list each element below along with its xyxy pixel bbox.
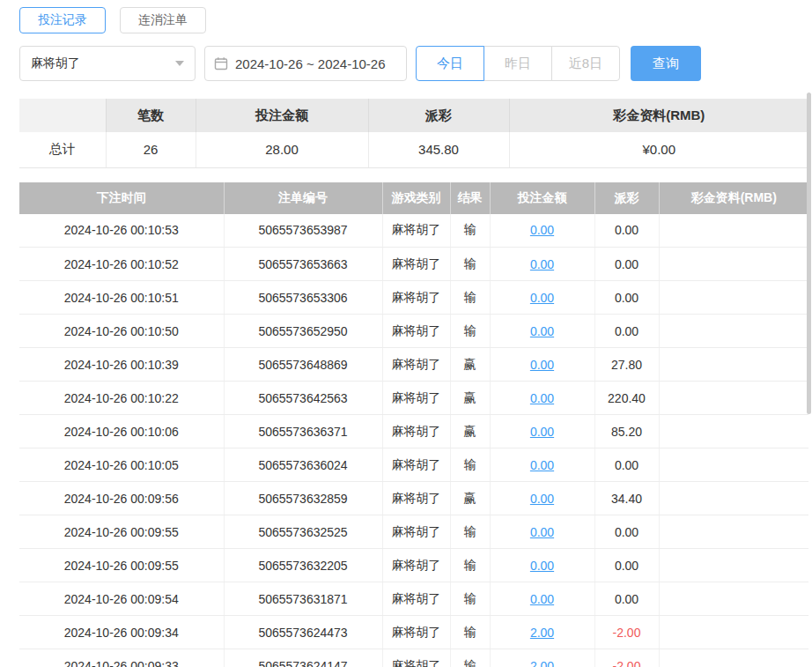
cell-order-number: 5065573632205 <box>224 549 382 582</box>
cell-bet-time: 2024-10-26 00:09:56 <box>19 482 224 515</box>
game-select[interactable]: 麻将胡了 <box>19 46 196 81</box>
table-row: 2024-10-26 00:09:55 5065573632525 麻将胡了 输… <box>19 515 808 549</box>
query-button[interactable]: 查询 <box>631 46 701 81</box>
table-row: 2024-10-26 00:10:06 5065573636371 麻将胡了 赢… <box>19 415 808 448</box>
bet-amount-link[interactable]: 0.00 <box>530 358 554 372</box>
cell-bet-amount: 0.00 <box>490 348 594 382</box>
yesterday-button[interactable]: 昨日 <box>484 46 552 81</box>
table-row: 2024-10-26 00:09:54 5065573631871 麻将胡了 输… <box>19 582 808 616</box>
cell-bet-time: 2024-10-26 00:10:51 <box>19 281 224 315</box>
cell-bet-time: 2024-10-26 00:10:53 <box>19 214 224 248</box>
cell-result: 输 <box>450 214 490 248</box>
cell-result: 输 <box>450 281 490 315</box>
cell-bonus <box>659 482 808 515</box>
bet-amount-link[interactable]: 0.00 <box>530 592 554 606</box>
header-payout: 派彩 <box>594 182 659 214</box>
cell-bet-time: 2024-10-26 00:10:50 <box>19 315 224 348</box>
cell-bet-amount: 0.00 <box>490 382 594 415</box>
calendar-icon <box>214 56 228 70</box>
bet-amount-link[interactable]: 0.00 <box>530 458 554 472</box>
table-row: 2024-10-26 00:10:39 5065573648869 麻将胡了 赢… <box>19 348 808 382</box>
cell-game-type: 麻将胡了 <box>382 281 450 315</box>
cell-bonus <box>659 382 808 415</box>
quick-range-group: 今日 昨日 近8日 <box>416 46 620 81</box>
cell-bonus <box>659 549 808 582</box>
cell-bet-time: 2024-10-26 00:09:54 <box>19 582 224 616</box>
bet-amount-link[interactable]: 2.00 <box>530 626 554 640</box>
betting-records-page: 投注记录 连消注单 麻将胡了 2024-10-26 ~ 2024-10-26 今… <box>0 0 812 667</box>
cell-order-number: 5065573653663 <box>224 248 382 281</box>
cell-result: 输 <box>450 448 490 482</box>
cell-order-number: 5065573632525 <box>224 515 382 549</box>
cell-order-number: 5065573642563 <box>224 382 382 415</box>
bet-amount-link[interactable]: 0.00 <box>530 391 554 405</box>
today-button[interactable]: 今日 <box>416 46 484 81</box>
bet-amount-link[interactable]: 0.00 <box>530 257 554 271</box>
summary-header-row: 笔数 投注金额 派彩 彩金资料(RMB) <box>19 99 808 132</box>
bet-amount-link[interactable]: 0.00 <box>530 223 554 237</box>
cell-result: 输 <box>450 616 490 649</box>
table-row: 2024-10-26 00:09:56 5065573632859 麻将胡了 赢… <box>19 482 808 515</box>
cell-payout: -2.00 <box>594 616 659 649</box>
date-range-input[interactable]: 2024-10-26 ~ 2024-10-26 <box>204 46 407 81</box>
table-row: 2024-10-26 00:10:51 5065573653306 麻将胡了 输… <box>19 281 808 315</box>
bet-amount-link[interactable]: 0.00 <box>530 425 554 439</box>
cell-bonus <box>659 582 808 616</box>
cell-result: 输 <box>450 582 490 616</box>
cell-bonus <box>659 448 808 482</box>
game-select-value: 麻将胡了 <box>31 56 80 71</box>
cell-bonus <box>659 649 808 667</box>
cell-game-type: 麻将胡了 <box>382 515 450 549</box>
record-type-tabs: 投注记录 连消注单 <box>19 7 808 33</box>
cell-bet-time: 2024-10-26 00:09:34 <box>19 616 224 649</box>
cell-bet-amount: 0.00 <box>490 248 594 281</box>
cell-bet-time: 2024-10-26 00:09:55 <box>19 549 224 582</box>
cell-payout: 0.00 <box>594 315 659 348</box>
table-row: 2024-10-26 00:10:05 5065573636024 麻将胡了 输… <box>19 448 808 482</box>
cell-bonus <box>659 348 808 382</box>
cell-result: 输 <box>450 549 490 582</box>
cell-bet-time: 2024-10-26 00:10:06 <box>19 415 224 448</box>
cell-order-number: 5065573648869 <box>224 348 382 382</box>
records-table: 下注时间 注单编号 游戏类别 结果 投注金额 派彩 彩金资料(RMB) 2024… <box>19 182 808 667</box>
bet-amount-link[interactable]: 0.00 <box>530 525 554 539</box>
cell-result: 输 <box>450 649 490 667</box>
header-order-number: 注单编号 <box>224 182 382 214</box>
cell-bet-time: 2024-10-26 00:10:22 <box>19 382 224 415</box>
summary-bet-amount-value: 28.00 <box>196 132 368 167</box>
cell-payout: 85.20 <box>594 415 659 448</box>
table-row: 2024-10-26 00:09:55 5065573632205 麻将胡了 输… <box>19 549 808 582</box>
cell-bonus <box>659 415 808 448</box>
summary-header-empty <box>19 99 106 132</box>
cell-bet-time: 2024-10-26 00:10:52 <box>19 248 224 281</box>
cell-bet-amount: 0.00 <box>490 582 594 616</box>
cell-result: 赢 <box>450 482 490 515</box>
summary-header-bet-amount: 投注金额 <box>196 99 368 132</box>
bet-amount-link[interactable]: 2.00 <box>530 659 554 667</box>
table-row: 2024-10-26 00:09:34 5065573624473 麻将胡了 输… <box>19 616 808 649</box>
summary-count-value: 26 <box>106 132 196 167</box>
summary-table: 笔数 投注金额 派彩 彩金资料(RMB) 总计 26 28.00 345.80 … <box>19 99 808 168</box>
cell-bet-amount: 2.00 <box>490 616 594 649</box>
last-8-days-button[interactable]: 近8日 <box>551 46 620 81</box>
cell-bonus <box>659 214 808 248</box>
bet-amount-link[interactable]: 0.00 <box>530 324 554 338</box>
cell-game-type: 麻将胡了 <box>382 415 450 448</box>
vertical-scrollbar[interactable] <box>807 93 811 414</box>
cell-order-number: 5065573636024 <box>224 448 382 482</box>
tab-betting-records[interactable]: 投注记录 <box>19 7 106 33</box>
cell-game-type: 麻将胡了 <box>382 248 450 281</box>
cell-bet-amount: 2.00 <box>490 649 594 667</box>
cell-bet-time: 2024-10-26 00:09:33 <box>19 649 224 667</box>
header-bet-amount: 投注金额 <box>490 182 594 214</box>
bet-amount-link[interactable]: 0.00 <box>530 559 554 573</box>
cell-bonus <box>659 515 808 549</box>
bet-amount-link[interactable]: 0.00 <box>530 492 554 506</box>
cell-payout: 0.00 <box>594 214 659 248</box>
tab-cancelled-orders[interactable]: 连消注单 <box>120 7 206 33</box>
cell-order-number: 5065573624473 <box>224 616 382 649</box>
cell-order-number: 5065573624147 <box>224 649 382 667</box>
chevron-down-icon <box>175 61 184 66</box>
bet-amount-link[interactable]: 0.00 <box>530 291 554 305</box>
header-bet-time: 下注时间 <box>19 182 224 214</box>
